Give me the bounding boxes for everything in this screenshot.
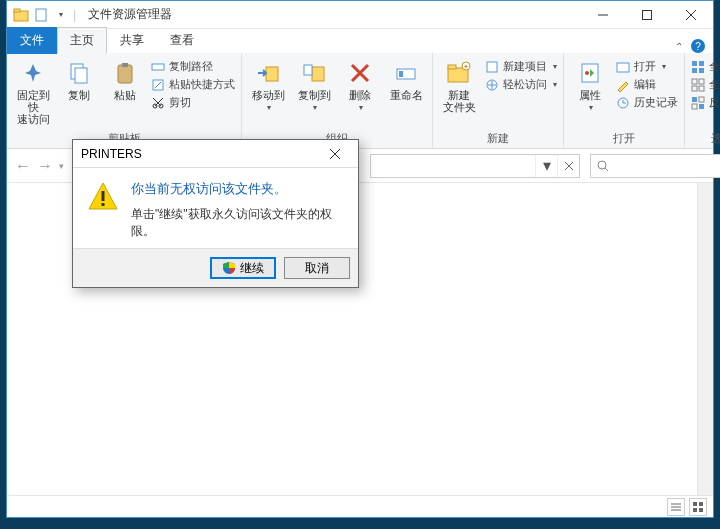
search-input[interactable] xyxy=(615,156,720,176)
minimize-button[interactable] xyxy=(581,1,625,29)
view-icons-button[interactable] xyxy=(689,498,707,516)
svg-rect-15 xyxy=(266,67,278,81)
history-icon xyxy=(616,96,630,110)
paste-shortcut-button[interactable]: 粘贴快捷方式 xyxy=(151,77,235,92)
qat-dropdown-icon[interactable]: ▾ xyxy=(53,7,69,23)
shortcut-icon xyxy=(151,78,165,92)
ribbon: 固定到快 速访问 复制 粘贴 复制路径 粘贴快捷方式 剪切 剪贴板 xyxy=(7,53,713,149)
vertical-scrollbar[interactable] xyxy=(697,183,713,495)
properties-button[interactable]: 属性 xyxy=(570,57,610,112)
svg-rect-55 xyxy=(102,203,105,206)
svg-rect-48 xyxy=(699,502,703,506)
view-details-button[interactable] xyxy=(667,498,685,516)
quick-access-toolbar: ▾ | xyxy=(7,7,82,23)
history-button[interactable]: 历史记录 xyxy=(616,95,678,110)
group-label: 打开 xyxy=(613,131,635,146)
svg-rect-9 xyxy=(118,65,132,83)
tab-file[interactable]: 文件 xyxy=(7,27,57,54)
svg-point-27 xyxy=(585,71,589,75)
select-none-icon xyxy=(691,78,705,92)
dialog-body: 你当前无权访问该文件夹。 单击"继续"获取永久访问该文件夹的权限。 xyxy=(73,168,358,248)
help-icon[interactable]: ? xyxy=(691,39,705,53)
invert-icon xyxy=(691,96,705,110)
copy-to-button[interactable]: 复制到 xyxy=(294,57,334,112)
new-folder-button[interactable]: ✦ 新建 文件夹 xyxy=(439,57,479,113)
close-button[interactable] xyxy=(669,1,713,29)
svg-rect-4 xyxy=(643,10,652,19)
svg-rect-24 xyxy=(487,62,497,72)
svg-rect-37 xyxy=(699,86,704,91)
svg-rect-54 xyxy=(102,191,105,201)
svg-rect-41 xyxy=(692,104,697,109)
svg-rect-19 xyxy=(399,71,403,77)
svg-rect-16 xyxy=(312,67,324,81)
move-to-button[interactable]: 移动到 xyxy=(248,57,288,112)
invert-selection-button[interactable]: 反向选择 xyxy=(691,95,720,110)
warning-icon xyxy=(87,180,119,212)
cut-button[interactable]: 剪切 xyxy=(151,95,235,110)
back-button[interactable]: ← xyxy=(15,155,31,177)
open-icon xyxy=(616,60,630,74)
svg-line-43 xyxy=(605,168,608,171)
properties-icon xyxy=(576,59,604,87)
easy-access-icon xyxy=(485,78,499,92)
svg-rect-8 xyxy=(75,68,87,83)
svg-rect-36 xyxy=(692,86,697,91)
window-title: 文件资源管理器 xyxy=(82,6,172,23)
new-item-button[interactable]: 新建项目 xyxy=(485,59,557,74)
easy-access-button[interactable]: 轻松访问 xyxy=(485,77,557,92)
permission-dialog: PRINTERS 你当前无权访问该文件夹。 单击"继续"获取永久访问该文件夹的权… xyxy=(72,139,359,288)
paste-icon xyxy=(111,59,139,87)
cancel-button[interactable]: 取消 xyxy=(284,257,350,279)
tab-home[interactable]: 主页 xyxy=(57,27,107,54)
uac-shield-icon xyxy=(222,261,236,275)
delete-button[interactable]: 删除 xyxy=(340,57,380,112)
address-bar[interactable]: ▾ xyxy=(370,154,580,178)
path-icon xyxy=(151,60,165,74)
address-dropdown-icon[interactable]: ▾ xyxy=(535,155,557,177)
refresh-button[interactable] xyxy=(557,155,579,177)
explorer-icon xyxy=(13,7,29,23)
open-button[interactable]: 打开 xyxy=(616,59,678,74)
svg-rect-11 xyxy=(152,64,164,70)
search-icon xyxy=(597,160,609,172)
svg-rect-2 xyxy=(36,9,46,21)
paste-button[interactable]: 粘贴 xyxy=(105,57,145,101)
title-bar: ▾ | 文件资源管理器 xyxy=(7,1,713,29)
tab-share[interactable]: 共享 xyxy=(107,27,157,54)
collapse-ribbon-icon[interactable]: ⌃ xyxy=(675,41,683,52)
window-controls xyxy=(581,1,713,29)
maximize-button[interactable] xyxy=(625,1,669,29)
svg-rect-39 xyxy=(699,104,704,109)
select-all-button[interactable]: 全部选择 xyxy=(691,59,720,74)
move-to-icon xyxy=(254,59,282,87)
continue-button[interactable]: 继续 xyxy=(210,257,276,279)
svg-rect-40 xyxy=(699,97,704,102)
svg-rect-35 xyxy=(699,79,704,84)
dialog-sub-text: 单击"继续"获取永久访问该文件夹的权限。 xyxy=(131,206,344,240)
svg-rect-33 xyxy=(699,68,704,73)
tab-view[interactable]: 查看 xyxy=(157,27,207,54)
search-box[interactable] xyxy=(590,154,720,178)
edit-button[interactable]: 编辑 xyxy=(616,77,678,92)
select-none-button[interactable]: 全部取消 xyxy=(691,77,720,92)
svg-rect-49 xyxy=(693,508,697,512)
scissors-icon xyxy=(151,96,165,110)
dialog-footer: 继续 取消 xyxy=(73,248,358,287)
svg-rect-30 xyxy=(692,61,697,66)
copy-button[interactable]: 复制 xyxy=(59,57,99,101)
qat-item-icon[interactable] xyxy=(33,7,49,23)
pin-button[interactable]: 固定到快 速访问 xyxy=(13,57,53,125)
svg-point-42 xyxy=(598,161,606,169)
rename-button[interactable]: 重命名 xyxy=(386,57,426,101)
copy-path-button[interactable]: 复制路径 xyxy=(151,59,235,74)
dialog-titlebar: PRINTERS xyxy=(73,140,358,168)
forward-button[interactable]: → xyxy=(37,155,53,177)
recent-dropdown[interactable]: ▾ xyxy=(59,155,64,177)
svg-rect-47 xyxy=(693,502,697,506)
group-organize: 移动到 复制到 删除 重命名 组织 xyxy=(242,53,433,148)
new-item-icon xyxy=(485,60,499,74)
status-bar xyxy=(7,495,713,517)
edit-icon xyxy=(616,78,630,92)
dialog-close-button[interactable] xyxy=(320,143,350,165)
